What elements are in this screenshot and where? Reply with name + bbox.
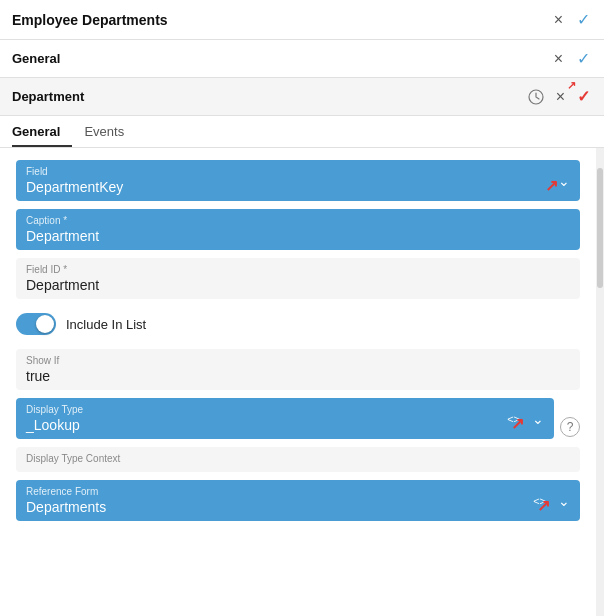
top-check-button[interactable]: ✓	[575, 8, 592, 31]
display-type-red-arrow: ↗	[511, 414, 524, 433]
field-display-type[interactable]: Display Type _Lookup ↗ <> ⌄	[16, 398, 554, 439]
display-type-chevron-icon: ⌄	[532, 411, 544, 427]
form-area: Field DepartmentKey ↗ ⌄ Caption * Depart…	[0, 148, 596, 616]
caption-label: Caption *	[26, 215, 570, 226]
tabs-bar: General Events	[0, 116, 604, 148]
field-reference-form[interactable]: Reference Form Departments ↗ <> ⌄	[16, 480, 580, 521]
department-bar-title: Department	[12, 89, 84, 104]
toggle-thumb	[36, 315, 54, 333]
main-content: Field DepartmentKey ↗ ⌄ Caption * Depart…	[0, 148, 604, 616]
ref-form-chevron-icon: ⌄	[558, 493, 570, 509]
show-if-value: true	[26, 368, 570, 384]
employee-departments-bar: Employee Departments × ✓	[0, 0, 604, 40]
employee-departments-title: Employee Departments	[12, 12, 168, 28]
reference-form-value: Departments	[26, 499, 533, 515]
field-red-arrow: ↗	[545, 176, 558, 195]
include-in-list-row: Include In List	[16, 307, 580, 341]
reference-form-label: Reference Form	[26, 486, 533, 497]
general-bar: General × ✓	[0, 40, 604, 78]
scrollbar-thumb[interactable]	[597, 168, 603, 288]
display-type-value: _Lookup	[26, 417, 507, 433]
general-bar-actions: × ✓	[552, 47, 592, 70]
history-icon	[528, 89, 544, 105]
field-show-if[interactable]: Show If true	[16, 349, 580, 390]
include-in-list-toggle[interactable]	[16, 313, 56, 335]
general-bar-title: General	[12, 51, 60, 66]
dept-close-button[interactable]: ×	[554, 86, 567, 108]
caption-value: Department	[26, 228, 570, 244]
dept-bar-actions: × ✓ ↗	[526, 85, 592, 108]
scrollbar[interactable]	[596, 148, 604, 616]
field-id-label: Field ID *	[26, 264, 570, 275]
general-close-button[interactable]: ×	[552, 48, 565, 70]
field-id[interactable]: Field ID * Department	[16, 258, 580, 299]
include-in-list-label: Include In List	[66, 317, 146, 332]
tab-events[interactable]: Events	[84, 116, 136, 147]
top-bar-actions: × ✓	[552, 8, 592, 31]
field-departmentkey[interactable]: Field DepartmentKey ↗ ⌄	[16, 160, 580, 201]
display-type-context-label: Display Type Context	[26, 453, 570, 464]
field-id-value: Department	[26, 277, 570, 293]
department-bar: Department × ✓ ↗	[0, 78, 604, 116]
top-close-button[interactable]: ×	[552, 9, 565, 31]
display-type-row: Display Type _Lookup ↗ <> ⌄ ?	[16, 398, 580, 439]
tab-general[interactable]: General	[12, 116, 72, 147]
field-display-type-context[interactable]: Display Type Context	[16, 447, 580, 472]
show-if-label: Show If	[26, 355, 570, 366]
general-check-button[interactable]: ✓	[575, 47, 592, 70]
reference-form-row: Reference Form Departments ↗ <> ⌄	[16, 480, 580, 521]
dept-check-button[interactable]: ✓ ↗	[575, 85, 592, 108]
display-type-label: Display Type	[26, 404, 507, 415]
history-button[interactable]	[526, 87, 546, 107]
field-chevron-icon: ⌄	[558, 173, 570, 189]
field-caption[interactable]: Caption * Department	[16, 209, 580, 250]
field-value: DepartmentKey	[26, 179, 550, 195]
help-icon-button[interactable]: ?	[560, 417, 580, 437]
field-label: Field	[26, 166, 550, 177]
ref-form-red-arrow: ↗	[537, 496, 550, 515]
main-panel: Employee Departments × ✓ General × ✓ Dep…	[0, 0, 604, 616]
